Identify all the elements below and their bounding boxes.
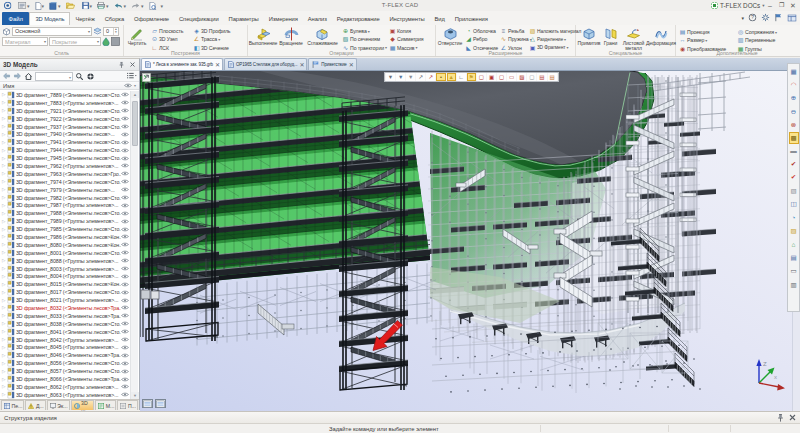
visibility-eye-icon[interactable] <box>121 250 129 255</box>
menu-tab[interactable]: Анализ <box>303 12 332 25</box>
view-tool-zoom-in[interactable]: ⊕ <box>789 92 799 105</box>
scroll-thumb[interactable] <box>132 101 138 146</box>
menu-tab[interactable]: Вид <box>430 12 450 25</box>
menu-tab[interactable]: Чертёж <box>70 12 99 25</box>
visibility-eye-icon[interactable] <box>121 227 129 232</box>
hole-button[interactable]: Отверстие <box>438 27 462 46</box>
minimize-button[interactable]: – <box>768 2 772 9</box>
layout-icon[interactable] <box>787 14 797 22</box>
visibility-eye-icon[interactable] <box>121 140 129 145</box>
coating-combo[interactable]: Покрытие▾ <box>49 37 101 46</box>
page-tab-1[interactable] <box>142 399 153 408</box>
filter-select-cancel[interactable]: ↗ <box>426 73 435 82</box>
qa-open-model-button[interactable]: ▾ <box>48 1 62 11</box>
ribbon-item[interactable]: ◆Симметрия▾ <box>389 35 423 43</box>
visibility-eye-icon[interactable] <box>121 242 129 247</box>
ribbon-item[interactable]: ◈3D Профиль▾ <box>193 27 237 35</box>
tree-row[interactable]: ▷ 3D фрагмент_7988 (<Элементы лесов>Сто.… <box>0 209 131 217</box>
ribbon-item[interactable]: ▣Копия▾ <box>389 27 423 35</box>
visibility-eye-icon[interactable] <box>121 384 129 389</box>
material-combo[interactable]: Материал▾ <box>2 37 48 46</box>
ribbon-item[interactable]: ∿Пружина▾ <box>500 35 527 43</box>
style-combo[interactable]: Основной▾ <box>12 27 92 36</box>
view-tool-material-box[interactable]: ▨ <box>789 224 799 237</box>
tree-row[interactable]: ▷ 3D фрагмент_7962 (<Группы элементов>..… <box>0 162 131 170</box>
home-icon[interactable] <box>24 72 33 81</box>
visibility-eye-icon[interactable] <box>121 179 129 184</box>
visibility-eye-icon[interactable] <box>121 132 129 137</box>
dropdown-caret-icon[interactable]: ▾ <box>741 15 744 21</box>
visibility-eye-icon[interactable] <box>121 258 129 263</box>
tree-row[interactable]: ▷ 3D фрагмент_7940 (<Элементы лесов>... <box>0 130 131 138</box>
visibility-eye-icon[interactable] <box>121 116 129 121</box>
tree-row[interactable]: ▷ 3D фрагмент_8062 (<Группы элементов>..… <box>0 383 131 391</box>
tree-row[interactable]: ▷ 3D фрагмент_8063 (<Группы элементов>..… <box>0 391 131 399</box>
filter-filter-operation[interactable]: ▣ <box>487 73 496 82</box>
tree-row[interactable]: ▷ 3D фрагмент_7883 (<Группы элементов>..… <box>0 99 131 107</box>
document-tab[interactable]: * Леса в элементе зак. 935.grb ✕ <box>141 58 223 70</box>
visibility-eye-icon[interactable] <box>121 266 129 271</box>
tree-row[interactable]: ▷ 3D фрагмент_8046 (<Элементы лесов>Тра.… <box>0 351 131 359</box>
tree-row[interactable]: ▷ 3D фрагмент_7987 (<Группы элементов>..… <box>0 201 131 209</box>
ribbon-item[interactable]: ∠Трасса▾ <box>193 35 237 43</box>
panel-tab[interactable]: П... <box>117 400 138 410</box>
tree-scrollbar[interactable]: ▲ ▼ <box>130 91 138 399</box>
tree-row[interactable]: ▷ 3D фрагмент_8056 (<Элементы лесов>Сто.… <box>0 359 131 367</box>
visibility-eye-icon[interactable] <box>121 377 129 382</box>
qa-preview-button[interactable] <box>148 1 159 11</box>
tree-row[interactable]: ▷ 3D фрагмент_7945 (<Элементы лесов>Сто.… <box>0 154 131 162</box>
filter-filter-flag[interactable]: ⚑ <box>467 73 476 82</box>
close-tab-icon[interactable]: ✕ <box>215 61 220 68</box>
faces-button[interactable]: Грани <box>602 27 619 46</box>
ribbon-item[interactable]: ⊕Булева▾ <box>342 27 387 35</box>
pin-icon[interactable] <box>118 61 125 69</box>
tree-column-header[interactable]: Имя ▾ <box>0 82 139 90</box>
tree-row[interactable]: ▷ 3D фрагмент_8080 (<Элементы лесов>Кон.… <box>0 241 131 249</box>
view-tool-check-red[interactable]: ✔ <box>789 157 799 170</box>
qa-save-button[interactable]: ▾ <box>81 1 94 11</box>
page-tab-2[interactable] <box>155 399 166 408</box>
tree-row[interactable]: ▷ 3D фрагмент_7941 (<Элементы лесов>Сто.… <box>0 138 131 146</box>
visibility-eye-icon[interactable] <box>121 369 129 374</box>
blend-button[interactable]: Сглаживание <box>306 27 339 46</box>
visibility-eye-icon[interactable] <box>121 345 129 350</box>
swatch-icon[interactable] <box>111 37 120 46</box>
visibility-eye-icon[interactable] <box>121 148 129 153</box>
view-tool-render-sphere[interactable]: ◔ <box>789 211 799 224</box>
qa-new-document-button[interactable]: ▾ <box>34 1 46 11</box>
tree-row[interactable]: ▷ 3D фрагмент_8038 (<Элементы лесов>Сто.… <box>0 320 131 328</box>
view-tool-document[interactable]: ▤ <box>789 251 799 264</box>
menu-tab[interactable]: Оформление <box>129 12 174 25</box>
visibility-eye-icon[interactable] <box>121 124 129 129</box>
close-tab-icon[interactable]: ✕ <box>299 61 304 68</box>
view-list-button[interactable] <box>126 72 137 81</box>
tree-row[interactable]: ▷ 3D фрагмент_7974 (<Элементы лесов>Сто.… <box>0 178 131 186</box>
visibility-eye-icon[interactable] <box>121 211 129 216</box>
panel-tab[interactable]: Эк... <box>47 400 70 410</box>
qa-customize-caret-icon[interactable]: ▾ <box>161 3 164 9</box>
scroll-down-icon[interactable]: ▼ <box>131 392 139 399</box>
visibility-eye-icon[interactable] <box>121 195 129 200</box>
view-tool-zoom-window[interactable]: ⊗ <box>789 119 799 132</box>
menu-tab[interactable]: Измерения <box>264 12 303 25</box>
panel-tab[interactable]: 3D ... <box>71 400 95 410</box>
tree-row[interactable]: ▷ 3D фрагмент_7921 (<Элементы лесов>Сто.… <box>0 107 131 115</box>
view-tool-open-window[interactable]: ▦ <box>789 65 799 78</box>
visibility-eye-icon[interactable] <box>121 163 129 168</box>
tree-row[interactable]: ▷ 3D фрагмент_8057 (<Элементы лесов>Сто.… <box>0 367 131 375</box>
qa-redo-button[interactable]: ▾ <box>130 1 145 11</box>
priority-spinner[interactable]: 0▴▾ <box>103 27 119 36</box>
ribbon-item[interactable]: △Разделение▾ <box>529 35 575 43</box>
visibility-eye-icon[interactable] <box>121 329 129 334</box>
tree-row[interactable]: ▷ 3D фрагмент_7889 (<Элементы лесов>Сто.… <box>0 91 131 99</box>
menu-tab[interactable]: 3D Модель <box>29 12 70 25</box>
draw-button[interactable]: Чертить <box>126 27 148 46</box>
qa-open-folder-button[interactable] <box>65 1 78 11</box>
tree-row[interactable]: ▷ 3D фрагмент_7982 (<Элементы лесов>Сто.… <box>0 194 131 202</box>
qa-menu-button[interactable]: ▾ <box>17 1 31 11</box>
drop-icon[interactable] <box>102 37 110 46</box>
visibility-eye-icon[interactable] <box>121 92 129 97</box>
visibility-eye-icon[interactable] <box>121 321 129 326</box>
close-x-icon[interactable] <box>789 414 796 421</box>
filter-filter-workplane[interactable]: ▭ <box>507 73 516 82</box>
